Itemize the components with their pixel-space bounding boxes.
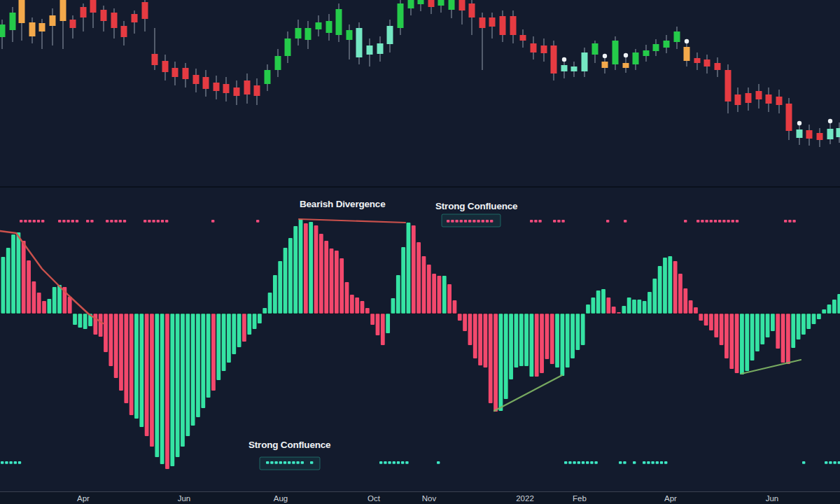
bearish-dot bbox=[460, 220, 463, 223]
histogram-bar bbox=[11, 234, 15, 314]
histogram-bar bbox=[396, 275, 400, 314]
candle-body bbox=[500, 16, 506, 35]
pane-divider bbox=[0, 186, 840, 188]
histogram-bar bbox=[253, 314, 257, 329]
candle-body bbox=[684, 47, 690, 61]
bearish-dot bbox=[736, 220, 738, 223]
candle-body bbox=[326, 21, 332, 33]
candle-body bbox=[152, 54, 158, 65]
candle-body bbox=[39, 23, 46, 31]
histogram-bar bbox=[658, 266, 662, 314]
histogram-bar bbox=[781, 314, 785, 363]
candle-body bbox=[797, 130, 803, 138]
histogram-bar bbox=[370, 314, 374, 325]
candle-body bbox=[111, 13, 118, 28]
histogram-bar bbox=[391, 298, 396, 314]
candle-body bbox=[203, 77, 209, 89]
histogram-bar bbox=[632, 300, 636, 314]
histogram-bar bbox=[797, 314, 801, 340]
histogram-bar bbox=[822, 309, 826, 314]
pane-divider-line bbox=[0, 186, 840, 188]
candle-body bbox=[305, 28, 312, 40]
histogram-bar bbox=[211, 314, 216, 391]
candle-body bbox=[193, 75, 200, 84]
candle-body bbox=[254, 85, 260, 96]
histogram-bar bbox=[186, 314, 190, 436]
candle-body bbox=[674, 31, 680, 42]
bullish-dot bbox=[266, 461, 269, 464]
bullish-dot bbox=[384, 461, 386, 464]
histogram-bar bbox=[555, 314, 559, 368]
histogram-bar bbox=[643, 301, 647, 314]
histogram-bar bbox=[812, 314, 816, 324]
histogram-bar bbox=[335, 251, 339, 314]
histogram-bar bbox=[16, 232, 20, 314]
histogram-bar bbox=[586, 304, 590, 314]
bearish-dot bbox=[538, 220, 541, 223]
candle-body bbox=[449, 0, 455, 10]
bearish-dot bbox=[144, 220, 146, 223]
histogram-bar bbox=[365, 308, 370, 314]
axis-label: Jun bbox=[178, 494, 191, 503]
time-axis: AprJunAugOctNov2022FebAprJun bbox=[0, 492, 840, 504]
bullish-dot bbox=[18, 461, 21, 464]
histogram-bar bbox=[57, 285, 62, 314]
bullish-dot bbox=[14, 461, 17, 464]
histogram-bar bbox=[232, 314, 236, 354]
bearish-dot bbox=[684, 220, 687, 223]
candle-body bbox=[234, 88, 240, 96]
histogram-bar bbox=[293, 226, 298, 314]
histogram-bar bbox=[42, 301, 46, 314]
histogram-bar bbox=[68, 297, 72, 314]
candle-body bbox=[295, 28, 302, 38]
histogram-bar bbox=[438, 276, 442, 314]
bullish-dot bbox=[388, 461, 391, 464]
bearish-dot bbox=[447, 220, 449, 223]
bearish-dot bbox=[455, 220, 458, 223]
bearish-dot bbox=[557, 220, 560, 223]
bearish-dot bbox=[58, 220, 61, 223]
histogram-bar bbox=[570, 314, 575, 358]
histogram-bar bbox=[181, 314, 185, 447]
histogram-bar bbox=[442, 276, 447, 314]
histogram-bar bbox=[458, 314, 462, 321]
bullish-dot bbox=[582, 461, 584, 464]
bullish-dot bbox=[573, 461, 575, 464]
histogram-bar bbox=[196, 314, 200, 417]
histogram-bar bbox=[499, 314, 503, 411]
candle-body bbox=[756, 91, 762, 99]
histogram-bar bbox=[622, 306, 626, 314]
bullish-dot bbox=[310, 461, 313, 464]
bearish-dot bbox=[490, 220, 493, 223]
histogram-bar bbox=[724, 314, 729, 358]
chart-canvas[interactable]: Bearish DivergenceStrong ConfluenceStron… bbox=[0, 0, 840, 504]
candle-body bbox=[336, 9, 342, 35]
histogram-bar bbox=[802, 314, 806, 335]
histogram-bar bbox=[427, 265, 431, 314]
bullish-signal-dots bbox=[1, 461, 840, 464]
candle-body bbox=[418, 0, 424, 4]
bearish-dot bbox=[624, 220, 626, 223]
histogram-bar bbox=[832, 300, 836, 314]
histogram-bar bbox=[1, 257, 6, 314]
candle-body bbox=[664, 41, 670, 48]
histogram-bar bbox=[6, 248, 10, 314]
histogram-bar bbox=[652, 279, 657, 314]
histogram-bar bbox=[776, 314, 780, 349]
histogram-bar bbox=[73, 314, 77, 325]
histogram-bar bbox=[330, 248, 334, 314]
histogram-bar bbox=[150, 314, 154, 447]
bearish-dot bbox=[530, 220, 533, 223]
candle-body bbox=[223, 84, 230, 93]
bearish-dot bbox=[482, 220, 484, 223]
histogram-bar bbox=[114, 314, 118, 378]
histogram-bar bbox=[817, 314, 821, 319]
histogram-bar bbox=[340, 258, 344, 314]
candle-body bbox=[0, 24, 6, 37]
histogram-bar bbox=[381, 314, 385, 345]
candle-body bbox=[60, 0, 66, 21]
histogram-bar bbox=[422, 256, 426, 314]
bullish-dot bbox=[647, 461, 650, 464]
bullish-dot bbox=[578, 461, 580, 464]
candle-body bbox=[121, 26, 127, 37]
